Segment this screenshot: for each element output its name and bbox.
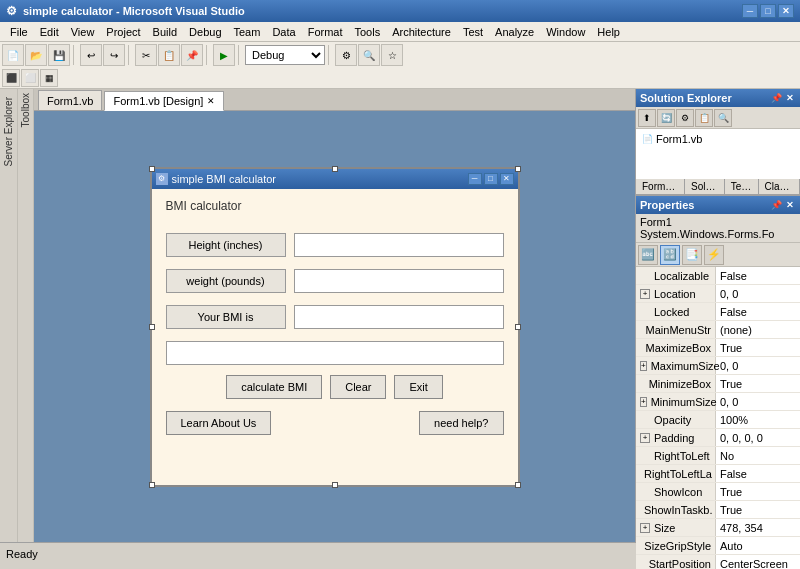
prop-row-location[interactable]: + Location 0, 0 bbox=[636, 285, 800, 303]
sol-tab-solution[interactable]: Solut... bbox=[685, 179, 725, 194]
sol-tab-tea[interactable]: Tea... bbox=[725, 179, 759, 194]
weight-input[interactable] bbox=[294, 269, 504, 293]
prop-row-righttoleftla[interactable]: RightToLeftLa False bbox=[636, 465, 800, 483]
extra-btn-3[interactable]: ☆ bbox=[381, 44, 403, 66]
sol-item-form1vb[interactable]: 📄 Form1.vb bbox=[638, 131, 798, 147]
prop-row-maximizebox[interactable]: MaximizeBox True bbox=[636, 339, 800, 357]
cut-button[interactable]: ✂ bbox=[135, 44, 157, 66]
prop-alphabetical-btn[interactable]: 🔡 bbox=[660, 245, 680, 265]
exit-button[interactable]: Exit bbox=[394, 375, 442, 399]
resize-dot-bl[interactable] bbox=[149, 482, 155, 488]
prop-expand-icon[interactable]: + bbox=[640, 433, 650, 443]
menu-item-test[interactable]: Test bbox=[457, 24, 489, 40]
form-maximize-btn[interactable]: □ bbox=[484, 173, 498, 185]
menu-item-analyze[interactable]: Analyze bbox=[489, 24, 540, 40]
prop-row-minimizebox[interactable]: MinimizeBox True bbox=[636, 375, 800, 393]
sol-tab-class[interactable]: Class... bbox=[759, 179, 800, 194]
prop-row-locked[interactable]: Locked False bbox=[636, 303, 800, 321]
open-button[interactable]: 📂 bbox=[25, 44, 47, 66]
prop-row-localizable[interactable]: Localizable False bbox=[636, 267, 800, 285]
clear-button[interactable]: Clear bbox=[330, 375, 386, 399]
prop-row-showintaskb-[interactable]: ShowInTaskb. True bbox=[636, 501, 800, 519]
sol-tb-3[interactable]: ⚙ bbox=[676, 109, 694, 127]
prop-expand-icon[interactable]: + bbox=[640, 361, 647, 371]
prop-categorized-btn[interactable]: 🔤 bbox=[638, 245, 658, 265]
tb2-btn-1[interactable]: ⬛ bbox=[2, 69, 20, 87]
copy-button[interactable]: 📋 bbox=[158, 44, 180, 66]
prop-row-sizegripstyle[interactable]: SizeGripStyle Auto bbox=[636, 537, 800, 555]
prop-row-startposition[interactable]: StartPosition CenterScreen bbox=[636, 555, 800, 569]
resize-dot-tr[interactable] bbox=[515, 166, 521, 172]
tab-form1-design[interactable]: Form1.vb [Design] ✕ bbox=[104, 91, 224, 111]
prop-row-minimumsize[interactable]: + MinimumSize 0, 0 bbox=[636, 393, 800, 411]
debug-mode-select[interactable]: Debug bbox=[245, 45, 325, 65]
prop-pages-btn[interactable]: 📑 bbox=[682, 245, 702, 265]
prop-close-btn[interactable]: ✕ bbox=[784, 199, 796, 211]
resize-dot-tm[interactable] bbox=[332, 166, 338, 172]
help-button[interactable]: need help? bbox=[419, 411, 503, 435]
sol-tb-4[interactable]: 📋 bbox=[695, 109, 713, 127]
prop-row-size[interactable]: + Size 478, 354 bbox=[636, 519, 800, 537]
resize-dot-tl[interactable] bbox=[149, 166, 155, 172]
sol-tb-1[interactable]: ⬆ bbox=[638, 109, 656, 127]
bmi-input[interactable] bbox=[294, 305, 504, 329]
prop-pin-btn[interactable]: 📌 bbox=[770, 199, 782, 211]
extra-input[interactable] bbox=[166, 341, 504, 365]
resize-dot-bm[interactable] bbox=[332, 482, 338, 488]
prop-expand-icon[interactable]: + bbox=[640, 523, 650, 533]
close-button[interactable]: ✕ bbox=[778, 4, 794, 18]
prop-expand-icon[interactable]: + bbox=[640, 289, 650, 299]
menu-item-project[interactable]: Project bbox=[100, 24, 146, 40]
prop-row-showicon[interactable]: ShowIcon True bbox=[636, 483, 800, 501]
tab-form1vb[interactable]: Form1.vb bbox=[38, 90, 102, 110]
toolbox-label[interactable]: Toolbox bbox=[20, 93, 31, 127]
minimize-button[interactable]: ─ bbox=[742, 4, 758, 18]
tab-close-icon[interactable]: ✕ bbox=[207, 96, 215, 106]
undo-button[interactable]: ↩ bbox=[80, 44, 102, 66]
extra-btn-1[interactable]: ⚙ bbox=[335, 44, 357, 66]
form-minimize-btn[interactable]: ─ bbox=[468, 173, 482, 185]
menu-item-window[interactable]: Window bbox=[540, 24, 591, 40]
prop-row-righttoleft[interactable]: RightToLeft No bbox=[636, 447, 800, 465]
menu-item-team[interactable]: Team bbox=[228, 24, 267, 40]
extra-btn-2[interactable]: 🔍 bbox=[358, 44, 380, 66]
prop-row-opacity[interactable]: Opacity 100% bbox=[636, 411, 800, 429]
sol-close-btn[interactable]: ✕ bbox=[784, 92, 796, 104]
new-button[interactable]: 📄 bbox=[2, 44, 24, 66]
menu-item-format[interactable]: Format bbox=[302, 24, 349, 40]
menu-item-debug[interactable]: Debug bbox=[183, 24, 227, 40]
tb2-btn-3[interactable]: ▦ bbox=[40, 69, 58, 87]
maximize-button[interactable]: □ bbox=[760, 4, 776, 18]
calc-bmi-button[interactable]: calculate BMI bbox=[226, 375, 322, 399]
form-close-btn[interactable]: ✕ bbox=[500, 173, 514, 185]
paste-button[interactable]: 📌 bbox=[181, 44, 203, 66]
save-button[interactable]: 💾 bbox=[48, 44, 70, 66]
tb2-btn-2[interactable]: ⬜ bbox=[21, 69, 39, 87]
menu-item-edit[interactable]: Edit bbox=[34, 24, 65, 40]
prop-row-mainmenustr[interactable]: MainMenuStr (none) bbox=[636, 321, 800, 339]
redo-button[interactable]: ↪ bbox=[103, 44, 125, 66]
learn-button[interactable]: Learn About Us bbox=[166, 411, 272, 435]
menu-item-help[interactable]: Help bbox=[591, 24, 626, 40]
sol-tb-2[interactable]: 🔄 bbox=[657, 109, 675, 127]
form-window: ⚙ simple BMI calculator ─ □ ✕ BMI calcul… bbox=[150, 167, 520, 487]
sol-pin-btn[interactable]: 📌 bbox=[770, 92, 782, 104]
prop-events-btn[interactable]: ⚡ bbox=[704, 245, 724, 265]
menu-item-architecture[interactable]: Architecture bbox=[386, 24, 457, 40]
height-input[interactable] bbox=[294, 233, 504, 257]
prop-expand-icon[interactable]: + bbox=[640, 397, 647, 407]
server-explorer-label[interactable]: Server Explorer bbox=[1, 93, 16, 170]
prop-row-maximumsize[interactable]: + MaximumSize 0, 0 bbox=[636, 357, 800, 375]
sol-tb-5[interactable]: 🔍 bbox=[714, 109, 732, 127]
menu-item-data[interactable]: Data bbox=[266, 24, 301, 40]
resize-dot-ml[interactable] bbox=[149, 324, 155, 330]
sol-tab-form1vb[interactable]: Form1.vb bbox=[636, 179, 685, 194]
menu-item-build[interactable]: Build bbox=[147, 24, 183, 40]
run-button[interactable]: ▶ bbox=[213, 44, 235, 66]
menu-item-tools[interactable]: Tools bbox=[349, 24, 387, 40]
resize-dot-br[interactable] bbox=[515, 482, 521, 488]
prop-row-padding[interactable]: + Padding 0, 0, 0, 0 bbox=[636, 429, 800, 447]
menu-item-view[interactable]: View bbox=[65, 24, 101, 40]
resize-dot-mr[interactable] bbox=[515, 324, 521, 330]
menu-item-file[interactable]: File bbox=[4, 24, 34, 40]
